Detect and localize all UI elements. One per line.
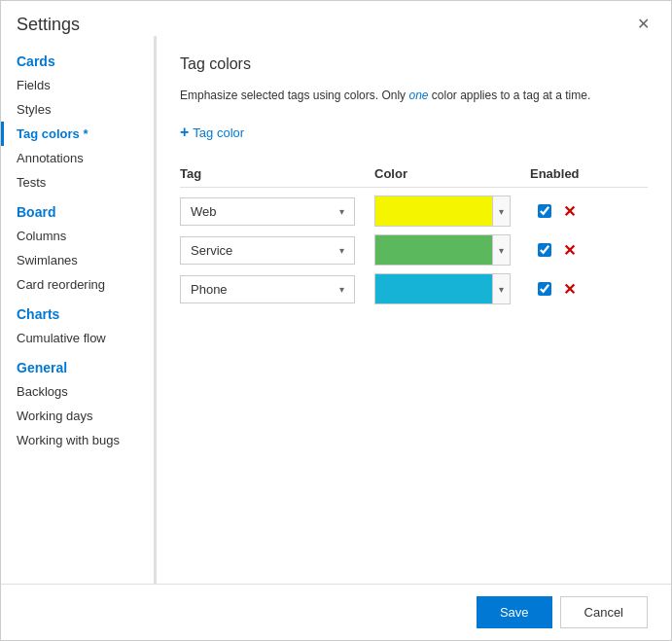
dialog-footer: Save Cancel [1, 584, 671, 640]
enabled-checkbox-web[interactable] [538, 204, 551, 218]
description: Emphasize selected tags using colors. On… [180, 87, 648, 104]
sidebar-item-cumulative-flow[interactable]: Cumulative flow [1, 326, 154, 350]
sidebar-item-fields[interactable]: Fields [1, 73, 154, 97]
delete-icon-phone: ✕ [563, 281, 576, 298]
delete-icon-web: ✕ [563, 203, 576, 220]
add-tag-button[interactable]: + Tag color [180, 120, 244, 145]
sidebar-section-cards: Cards [1, 44, 154, 73]
chevron-down-icon: ▾ [339, 284, 344, 295]
save-button[interactable]: Save [477, 596, 552, 628]
add-tag-label: Tag color [193, 125, 244, 140]
color-swatch-web [375, 196, 492, 226]
enabled-checkbox-phone[interactable] [538, 282, 551, 296]
sidebar-section-general: General [1, 350, 154, 379]
tag-dropdown-web[interactable]: Web ▾ [180, 197, 355, 226]
sidebar-item-backlogs[interactable]: Backlogs [1, 379, 154, 404]
table-header: Tag Color Enabled [180, 160, 648, 188]
sidebar-item-card-reordering[interactable]: Card reordering [1, 272, 154, 297]
tag-value-service: Service [191, 243, 232, 258]
sidebar-item-tests[interactable]: Tests [1, 170, 154, 195]
close-button[interactable]: ✕ [631, 13, 655, 36]
delete-icon-service: ✕ [563, 242, 576, 259]
chevron-down-icon: ▾ [339, 245, 344, 256]
color-swatch-service [375, 235, 492, 265]
description-before: Emphasize selected tags using colors. On… [180, 89, 408, 102]
settings-dialog: Settings ✕ Cards Fields Styles Tag color… [0, 0, 672, 641]
delete-button-phone[interactable]: ✕ [559, 278, 580, 301]
dialog-title: Settings [17, 15, 80, 35]
table-row: Phone ▾ ▾ ✕ [180, 273, 648, 304]
cancel-button[interactable]: Cancel [560, 596, 648, 628]
col-header-color: Color [374, 166, 530, 181]
tag-value-phone: Phone [191, 282, 228, 297]
row-actions-service: ✕ [530, 239, 608, 262]
chevron-down-icon: ▾ [339, 206, 344, 217]
sidebar-item-working-days[interactable]: Working days [1, 404, 154, 428]
tag-dropdown-service[interactable]: Service ▾ [180, 236, 355, 265]
sidebar-item-columns[interactable]: Columns [1, 224, 154, 248]
sidebar-item-annotations[interactable]: Annotations [1, 146, 154, 170]
tag-value-web: Web [191, 204, 217, 219]
section-title: Tag colors [180, 55, 648, 73]
row-actions-web: ✕ [530, 200, 608, 223]
delete-button-web[interactable]: ✕ [559, 200, 580, 223]
color-chevron-icon: ▾ [492, 235, 510, 265]
tag-dropdown-phone[interactable]: Phone ▾ [180, 275, 355, 303]
delete-button-service[interactable]: ✕ [559, 239, 580, 262]
enabled-checkbox-service[interactable] [538, 243, 551, 257]
color-chevron-icon: ▾ [492, 274, 510, 303]
sidebar: Cards Fields Styles Tag colors * Annotat… [1, 36, 157, 584]
dialog-body: Cards Fields Styles Tag colors * Annotat… [1, 36, 671, 584]
col-header-tag: Tag [180, 166, 374, 181]
color-dropdown-service[interactable]: ▾ [374, 234, 511, 266]
description-after: color applies to a tag at a time. [428, 89, 590, 102]
sidebar-section-board: Board [1, 195, 154, 224]
sidebar-item-tag-colors[interactable]: Tag colors * [1, 122, 154, 146]
table-row: Service ▾ ▾ ✕ [180, 234, 648, 266]
color-swatch-phone [375, 274, 492, 303]
dialog-header: Settings ✕ [1, 1, 671, 36]
table-row: Web ▾ ▾ ✕ [180, 196, 648, 227]
add-icon: + [180, 124, 189, 141]
color-chevron-icon: ▾ [492, 196, 510, 226]
row-actions-phone: ✕ [530, 278, 608, 301]
sidebar-section-charts: Charts [1, 297, 154, 326]
sidebar-item-swimlanes[interactable]: Swimlanes [1, 248, 154, 272]
color-dropdown-web[interactable]: ▾ [374, 196, 511, 227]
col-header-enabled: Enabled [530, 166, 608, 181]
sidebar-item-styles[interactable]: Styles [1, 97, 154, 122]
color-dropdown-phone[interactable]: ▾ [374, 273, 511, 304]
sidebar-item-working-with-bugs[interactable]: Working with bugs [1, 428, 154, 452]
description-highlight: one [408, 89, 428, 102]
main-content: Tag colors Emphasize selected tags using… [157, 36, 671, 584]
